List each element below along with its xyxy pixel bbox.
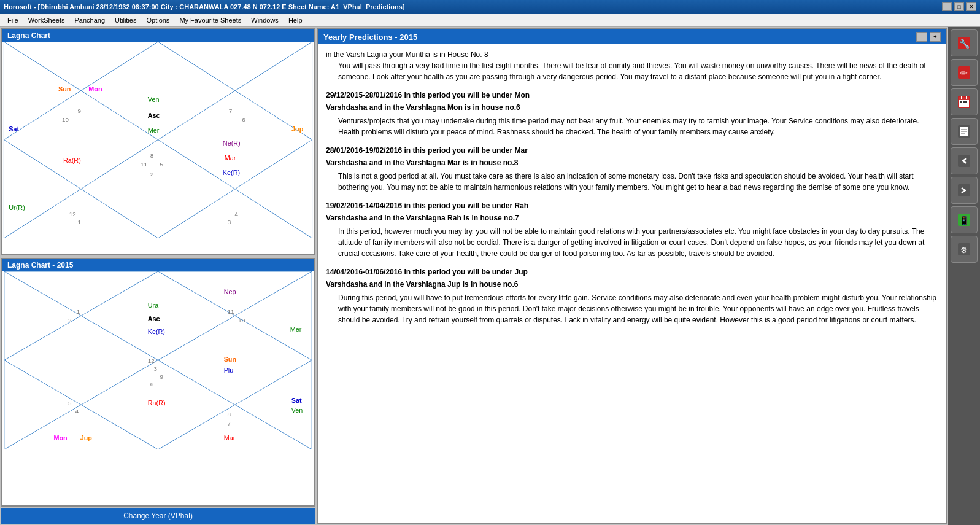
svg-text:Sun: Sun [224, 356, 236, 363]
svg-rect-80 [959, 97, 969, 100]
svg-text:Sat: Sat [9, 125, 19, 133]
pred-section-mar: 28/01/2016-19/02/2016 in this period you… [326, 145, 938, 193]
svg-text:9: 9 [160, 373, 163, 380]
lagna-chart-2015-svg: Nep Ura Asc Ke(R) Mer 1 2 11 10 Sun [2, 271, 314, 449]
svg-text:📱: 📱 [959, 216, 970, 226]
pred-jup-header: 14/04/2016-01/06/2016 in this period you… [326, 266, 938, 278]
svg-text:Mer: Mer [148, 126, 160, 134]
svg-text:12: 12 [69, 211, 76, 217]
menu-bar: File WorkSheets Panchang Utilities Optio… [0, 14, 980, 27]
pred-section-jup: 14/04/2016-01/06/2016 in this period you… [326, 266, 938, 325]
svg-text:Mon: Mon [53, 434, 67, 441]
tools-button[interactable]: 🔧 [951, 29, 978, 56]
menu-file[interactable]: File [2, 15, 23, 25]
svg-text:Jup: Jup [291, 125, 304, 133]
back-button[interactable] [951, 147, 978, 174]
calendar-button[interactable] [951, 88, 978, 115]
svg-text:2: 2 [68, 317, 71, 324]
svg-text:4: 4 [235, 211, 239, 217]
document-button[interactable] [951, 118, 978, 145]
title-bar: Horosoft - [Dhirubhi Ambani 28/12/1932 0… [0, 0, 980, 14]
svg-text:1: 1 [78, 219, 81, 225]
menu-utilities[interactable]: Utilities [110, 15, 141, 25]
pred-mon-header: 29/12/2015-28/01/2016 in this period you… [326, 90, 938, 101]
svg-text:Plu: Plu [224, 367, 234, 374]
svg-rect-85 [965, 101, 967, 103]
svg-text:6: 6 [242, 116, 245, 123]
svg-text:Sun: Sun [58, 85, 71, 93]
lagna-chart-2015-area: Nep Ura Asc Ke(R) Mer 1 2 11 10 Sun [2, 271, 314, 449]
pred-mar-subheader: Varshdasha and in the Varshlagna Mar is … [326, 157, 938, 168]
svg-text:7: 7 [229, 107, 232, 114]
svg-text:Ven: Ven [148, 96, 160, 103]
svg-text:11: 11 [228, 308, 234, 315]
svg-text:⚙: ⚙ [960, 246, 968, 255]
svg-text:Mon: Mon [88, 85, 102, 93]
menu-favourite-sheets[interactable]: My Favourite Sheets [174, 15, 246, 25]
menu-windows[interactable]: Windows [246, 15, 284, 25]
settings-icon: ⚙ [955, 241, 973, 258]
app-title: Horosoft - [Dhirubhi Ambani 28/12/1932 0… [4, 3, 404, 10]
predictions-maximize-button[interactable]: + [930, 32, 941, 42]
pred-mon-subheader: Varshdasha and in the Varshlagna Mon is … [326, 102, 938, 113]
lagna-chart-area: Sun Mon Ven Asc Mer Sat Ra(R) Jup [2, 42, 314, 238]
predictions-minimize-button[interactable]: _ [916, 32, 927, 42]
phone-icon: 📱 [955, 211, 973, 228]
close-button[interactable]: ✕ [966, 2, 976, 11]
change-year-button[interactable]: Change Year (VPhal) [1, 508, 315, 524]
svg-text:9: 9 [78, 107, 81, 114]
predictions-content[interactable]: in the Varsh Lagna your Muntha is in Hou… [318, 44, 946, 523]
svg-text:3: 3 [228, 219, 231, 225]
svg-text:10: 10 [62, 116, 69, 123]
pred-mar-body: This is not a good period at all. You mu… [338, 171, 938, 193]
lagna-chart-2015-title: Lagna Chart - 2015 [2, 259, 314, 271]
lagna-chart-title: Lagna Chart [2, 29, 314, 42]
svg-text:Sat: Sat [291, 397, 302, 404]
predictions-title: Yearly Predictions - 2015 _ + [318, 29, 946, 44]
svg-text:1: 1 [77, 308, 80, 315]
svg-text:Asc: Asc [148, 315, 160, 322]
pred-rah-subheader: Varshdasha and in the Varshlagna Rah is … [326, 212, 938, 224]
menu-help[interactable]: Help [284, 15, 307, 25]
svg-text:4: 4 [75, 408, 79, 414]
svg-text:Ura: Ura [148, 301, 158, 309]
lagna-chart-1: Lagna Chart [1, 28, 315, 255]
left-panel: Lagna Chart [0, 27, 316, 525]
pred-jup-subheader: Varshdasha and in the Varshlagna Jup is … [326, 279, 938, 290]
menu-panchang[interactable]: Panchang [69, 15, 110, 25]
svg-text:11: 11 [141, 161, 147, 168]
predictions-panel: Yearly Predictions - 2015 _ + in the Var… [317, 28, 947, 524]
pred-intro-section: in the Varsh Lagna your Muntha is in Hou… [326, 49, 938, 82]
svg-text:8: 8 [150, 152, 154, 159]
svg-text:🔧: 🔧 [959, 39, 970, 49]
svg-text:Jup: Jup [80, 434, 93, 441]
svg-text:2: 2 [150, 171, 153, 177]
svg-text:3: 3 [154, 365, 158, 372]
svg-text:Ra(R): Ra(R) [63, 157, 81, 164]
minimize-button[interactable]: _ [942, 2, 952, 11]
main-layout: Lagna Chart [0, 27, 980, 525]
predictions-window-controls: _ + [916, 32, 941, 42]
svg-text:Asc: Asc [148, 112, 160, 119]
tools-icon: 🔧 [955, 34, 973, 52]
menu-worksheets[interactable]: WorkSheets [23, 15, 70, 25]
svg-text:Mar: Mar [224, 434, 236, 441]
maximize-button[interactable]: □ [954, 2, 964, 11]
pred-mon-body: Ventures/projects that you may undertake… [338, 115, 938, 138]
icon-sidebar: 🔧 ✏ [948, 27, 980, 525]
back-icon [955, 152, 973, 169]
svg-text:Ne(R): Ne(R) [223, 139, 241, 147]
svg-text:Ur(R): Ur(R) [9, 204, 25, 211]
svg-text:5: 5 [160, 161, 163, 168]
svg-text:Ke(R): Ke(R) [223, 169, 240, 176]
menu-options[interactable]: Options [141, 15, 174, 25]
svg-text:10: 10 [238, 317, 245, 324]
settings-button[interactable]: ⚙ [951, 236, 978, 263]
svg-text:Mar: Mar [225, 154, 236, 161]
edit-button[interactable]: ✏ [951, 59, 978, 86]
phone-button[interactable]: 📱 [951, 206, 978, 233]
svg-text:Ke(R): Ke(R) [148, 328, 165, 335]
pred-rah-header: 19/02/2016-14/04/2016 in this period you… [326, 200, 938, 211]
pred-section-mon: 29/12/2015-28/01/2016 in this period you… [326, 90, 938, 138]
forward-button[interactable] [951, 177, 978, 204]
